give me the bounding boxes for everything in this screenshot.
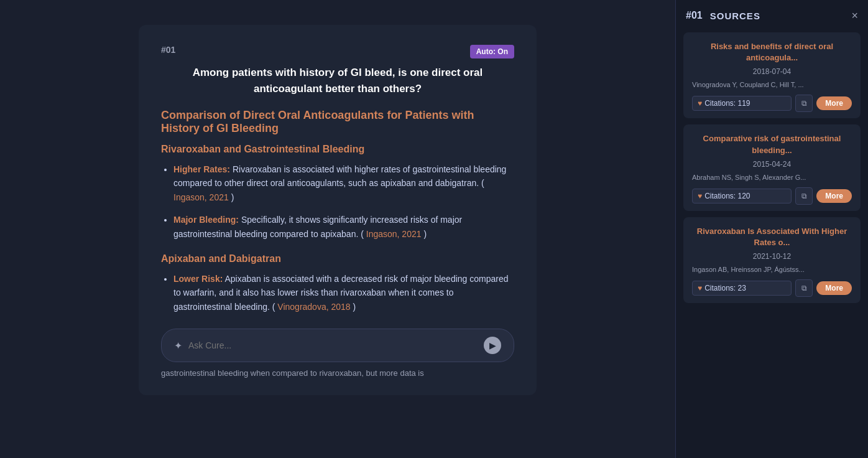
section1-title: Rivaroxaban and Gastrointestinal Bleedin… bbox=[161, 144, 514, 155]
ask-icon: ✦ bbox=[174, 340, 182, 352]
copy-button-1[interactable]: ⧉ bbox=[795, 187, 813, 205]
citations-label-1: Citations: 120 bbox=[704, 192, 750, 200]
source-actions-2: ♥ Citations: 23 ⧉ More bbox=[692, 279, 852, 297]
source-date-2: 2021-10-12 bbox=[692, 252, 852, 261]
bullet1-link[interactable]: Ingason, 2021 bbox=[173, 192, 229, 202]
source-actions-1: ♥ Citations: 120 ⧉ More bbox=[692, 187, 852, 205]
sources-close-button[interactable]: × bbox=[851, 10, 858, 21]
source-authors-1: Abraham NS, Singh S, Alexander G... bbox=[692, 174, 852, 181]
citations-badge-0: ♥ Citations: 119 bbox=[692, 96, 792, 111]
bullet3-label: Lower Risk: bbox=[173, 274, 223, 284]
bullet2-link[interactable]: Ingason, 2021 bbox=[366, 229, 422, 239]
heart-icon-2: ♥ bbox=[698, 284, 702, 292]
sources-panel-title: SOURCES bbox=[710, 11, 760, 21]
source-card-0: Risks and benefits of direct oral antico… bbox=[683, 32, 861, 118]
ask-bar: ✦ ▶ bbox=[161, 329, 514, 362]
source-authors-2: Ingason AB, Hreinsson JP, Ágústss... bbox=[692, 266, 852, 273]
copy-button-2[interactable]: ⧉ bbox=[795, 279, 813, 297]
answer-card: #01 Auto: On Among patients with history… bbox=[139, 25, 537, 395]
section2-title: Apixaban and Dabigatran bbox=[161, 253, 514, 264]
source-card-1: Comparative risk of gastrointestinal ble… bbox=[683, 124, 861, 210]
source-title-1: Comparative risk of gastrointestinal ble… bbox=[692, 133, 852, 156]
copy-button-0[interactable]: ⧉ bbox=[795, 95, 813, 112]
heart-icon-0: ♥ bbox=[698, 99, 702, 108]
more-button-2[interactable]: More bbox=[816, 281, 852, 295]
source-card-2: Rivaroxaban Is Associated With Higher Ra… bbox=[683, 217, 861, 303]
ask-send-button[interactable]: ▶ bbox=[484, 337, 501, 354]
partial-text: gastrointestinal bleeding when compared … bbox=[161, 367, 514, 380]
bullet1-label: Higher Rates: bbox=[173, 164, 230, 174]
more-button-1[interactable]: More bbox=[816, 189, 852, 203]
bullet-list-2: Lower Risk: Apixaban is associated with … bbox=[161, 272, 514, 314]
citations-label-2: Citations: 23 bbox=[704, 284, 746, 292]
auto-badge: Auto: On bbox=[470, 45, 514, 58]
source-actions-0: ♥ Citations: 119 ⧉ More bbox=[692, 95, 852, 112]
heart-icon-1: ♥ bbox=[698, 192, 702, 200]
citations-label-0: Citations: 119 bbox=[704, 99, 750, 108]
bullet-list-1: Higher Rates: Rivaroxaban is associated … bbox=[161, 162, 514, 241]
question-text: Among patients with history of GI bleed,… bbox=[161, 65, 514, 96]
ask-input[interactable] bbox=[188, 340, 478, 350]
source-date-0: 2018-07-04 bbox=[692, 67, 852, 76]
source-title-0: Risks and benefits of direct oral antico… bbox=[692, 41, 852, 63]
sources-panel-number: #01 bbox=[686, 10, 703, 21]
source-date-1: 2015-04-24 bbox=[692, 160, 852, 169]
source-title-2: Rivaroxaban Is Associated With Higher Ra… bbox=[692, 226, 852, 248]
citations-badge-1: ♥ Citations: 120 bbox=[692, 189, 792, 203]
list-item-major-bleeding: Major Bleeding: Specifically, it shows s… bbox=[173, 213, 514, 241]
list-item-lower-risk: Lower Risk: Apixaban is associated with … bbox=[173, 272, 514, 314]
bullet3-end: ) bbox=[353, 302, 356, 312]
bullet1-end: ) bbox=[231, 192, 234, 202]
sources-panel: #01 SOURCES × Risks and benefits of dire… bbox=[675, 0, 868, 458]
bullet2-label: Major Bleeding: bbox=[173, 215, 239, 225]
more-button-0[interactable]: More bbox=[816, 96, 852, 110]
sources-header: #01 SOURCES × bbox=[683, 10, 861, 21]
card-number: #01 bbox=[161, 45, 514, 55]
list-item-higher-rates: Higher Rates: Rivaroxaban is associated … bbox=[173, 162, 514, 204]
source-authors-0: Vinogradova Y, Coupland C, Hill T, ... bbox=[692, 81, 852, 88]
bullet3-link[interactable]: Vinogradova, 2018 bbox=[277, 302, 350, 312]
main-content-area: #01 Auto: On Among patients with history… bbox=[0, 0, 675, 458]
main-section-title: Comparison of Direct Oral Anticoagulants… bbox=[161, 109, 514, 135]
citations-badge-2: ♥ Citations: 23 bbox=[692, 281, 792, 296]
bullet2-end: ) bbox=[423, 229, 427, 239]
